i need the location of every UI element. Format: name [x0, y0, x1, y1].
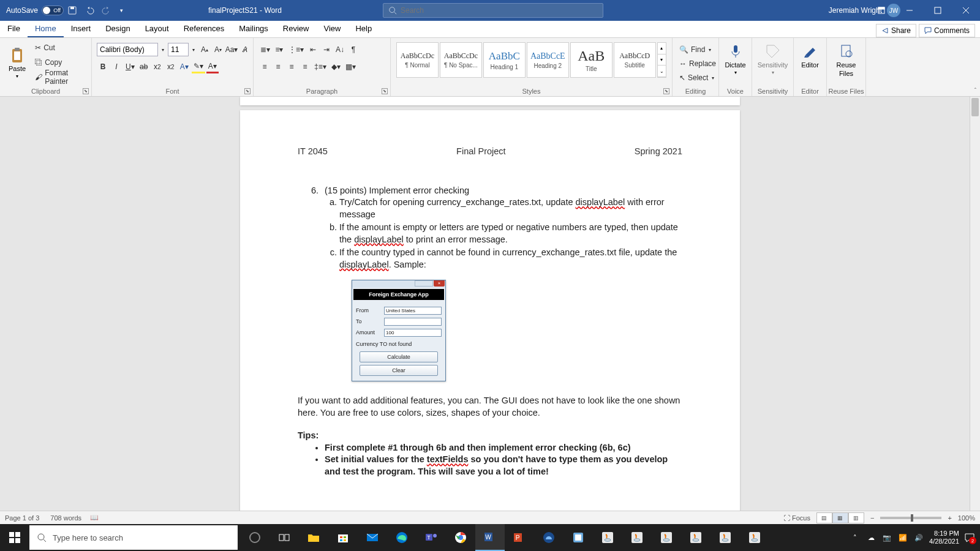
taskbar-search[interactable]: Type here to search	[29, 525, 238, 550]
align-center-icon[interactable]: ≡	[272, 60, 284, 73]
search-box[interactable]	[383, 3, 603, 18]
cortana-icon[interactable]	[240, 524, 270, 551]
vertical-scrollbar[interactable]: ▲ ▼	[970, 97, 980, 520]
align-right-icon[interactable]: ≡	[285, 60, 298, 73]
format-painter-button[interactable]: 🖌Format Painter	[33, 70, 86, 84]
ribbon-display-options-icon[interactable]	[867, 0, 895, 21]
styles-gallery-scroll[interactable]: ▴▾⌄	[657, 42, 666, 78]
app-icon-2[interactable]	[564, 524, 593, 551]
tab-layout[interactable]: Layout	[138, 21, 176, 37]
style-item[interactable]: AaBTitle	[570, 42, 612, 78]
document-page[interactable]: IT 2045 Final Project Spring 2021 6. (15…	[240, 110, 740, 513]
increase-indent-icon[interactable]: ⇥	[320, 43, 333, 56]
cut-button[interactable]: ✂Cut	[33, 41, 86, 54]
web-layout-icon[interactable]: ▥	[848, 512, 864, 523]
change-case-icon[interactable]: Aa▾	[225, 43, 238, 56]
chevron-down-icon[interactable]: ▾	[159, 43, 167, 56]
teams-icon[interactable]: T	[417, 524, 446, 551]
style-item[interactable]: AaBbCcDSubtitle	[614, 42, 656, 78]
document-area[interactable]: IT 2045 Final Project Spring 2021 6. (15…	[0, 97, 980, 520]
font-size-select[interactable]	[168, 43, 189, 56]
tab-home[interactable]: Home	[28, 21, 64, 37]
comments-button[interactable]: Comments	[919, 24, 975, 37]
find-button[interactable]: 🔍Find▾	[677, 43, 714, 56]
copy-button[interactable]: ⿻Copy	[33, 56, 86, 69]
numbering-icon[interactable]: ≡▾	[273, 43, 285, 56]
minimize-icon[interactable]	[895, 0, 924, 21]
bold-button[interactable]: B	[97, 60, 109, 73]
sort-icon[interactable]: A↓	[334, 43, 346, 56]
strikethrough-button[interactable]: ab	[138, 60, 150, 73]
tab-view[interactable]: View	[316, 21, 348, 37]
close-icon[interactable]	[952, 0, 980, 21]
align-left-icon[interactable]: ≡	[258, 60, 271, 73]
redo-icon[interactable]	[102, 6, 111, 15]
edge-icon[interactable]	[387, 524, 417, 551]
paragraph-launcher[interactable]: ⬊	[382, 88, 388, 94]
collapse-ribbon-icon[interactable]: ˆ	[974, 88, 976, 94]
decrease-indent-icon[interactable]: ⇤	[307, 43, 319, 56]
tab-insert[interactable]: Insert	[64, 21, 99, 37]
text-effects-icon[interactable]: A▾	[178, 60, 190, 73]
underline-button[interactable]: U▾	[124, 60, 137, 73]
superscript-button[interactable]: x2	[165, 60, 177, 73]
focus-mode-button[interactable]: ⛶ Focus	[783, 514, 810, 522]
tab-file[interactable]: File	[0, 21, 28, 37]
java-icon-5[interactable]	[710, 524, 740, 551]
share-button[interactable]: Share	[876, 24, 916, 37]
zoom-out-button[interactable]: −	[870, 514, 874, 522]
subscript-button[interactable]: x2	[151, 60, 164, 73]
word-count[interactable]: 708 words	[50, 514, 81, 522]
wifi-icon[interactable]: 📶	[897, 532, 908, 543]
volume-icon[interactable]: 🔊	[913, 532, 924, 543]
font-name-select[interactable]	[97, 43, 158, 56]
italic-button[interactable]: I	[110, 60, 123, 73]
app-icon[interactable]	[534, 524, 564, 551]
clear-formatting-icon[interactable]: A̷	[239, 43, 251, 56]
clock[interactable]: 8:19 PM 4/28/2021	[929, 530, 959, 545]
shrink-font-icon[interactable]: A▾	[212, 43, 224, 56]
meet-now-icon[interactable]: 📷	[881, 532, 892, 543]
justify-icon[interactable]: ≡	[299, 60, 311, 73]
multilevel-list-icon[interactable]: ⋮≡▾	[287, 43, 306, 56]
reuse-files-button[interactable]: Reuse Files	[832, 40, 861, 80]
chevron-down-icon[interactable]: ▾	[190, 43, 197, 56]
tray-overflow-icon[interactable]: ˄	[850, 532, 861, 543]
page-indicator[interactable]: Page 1 of 3	[5, 514, 39, 522]
tab-design[interactable]: Design	[98, 21, 137, 37]
start-button[interactable]	[0, 524, 29, 551]
font-color-icon[interactable]: A▾	[206, 60, 219, 73]
highlight-icon[interactable]: ✎▾	[192, 60, 205, 73]
editor-button[interactable]: Editor	[799, 40, 821, 71]
font-launcher[interactable]: ⬊	[244, 88, 251, 94]
styles-launcher[interactable]: ⬊	[663, 88, 669, 94]
paste-button[interactable]: Paste ▾	[5, 44, 29, 81]
tab-help[interactable]: Help	[348, 21, 379, 37]
tab-references[interactable]: References	[176, 21, 232, 37]
tab-mailings[interactable]: Mailings	[232, 21, 276, 37]
java-icon-4[interactable]	[681, 524, 710, 551]
replace-button[interactable]: ↔Replace	[677, 57, 714, 70]
read-mode-icon[interactable]: ▤	[816, 512, 832, 523]
style-item[interactable]: AaBbCcDc¶ Normal	[396, 42, 439, 78]
show-marks-icon[interactable]: ¶	[347, 43, 360, 56]
word-icon[interactable]: W	[475, 524, 505, 551]
dictate-button[interactable]: Dictate▾	[724, 40, 747, 78]
shading-icon[interactable]: ◆▾	[330, 60, 342, 73]
notifications-icon[interactable]: 2	[964, 532, 975, 543]
clipboard-launcher[interactable]: ⬊	[83, 88, 89, 94]
save-icon[interactable]	[67, 6, 77, 15]
borders-icon[interactable]: ▦▾	[344, 60, 358, 73]
mail-icon[interactable]	[358, 524, 387, 551]
bullets-icon[interactable]: ≣▾	[258, 43, 272, 56]
sensitivity-button[interactable]: Sensitivity▾	[757, 40, 788, 78]
undo-icon[interactable]	[85, 6, 94, 15]
java-icon-1[interactable]	[593, 524, 622, 551]
zoom-level[interactable]: 100%	[958, 514, 975, 522]
zoom-in-button[interactable]: +	[948, 514, 951, 522]
onedrive-icon[interactable]: ☁	[865, 532, 876, 543]
microsoft-store-icon[interactable]	[328, 524, 358, 551]
autosave-toggle[interactable]: Off	[42, 6, 64, 15]
spellcheck-icon[interactable]: 📖	[90, 514, 99, 522]
select-button[interactable]: ↖Select▾	[677, 71, 714, 84]
